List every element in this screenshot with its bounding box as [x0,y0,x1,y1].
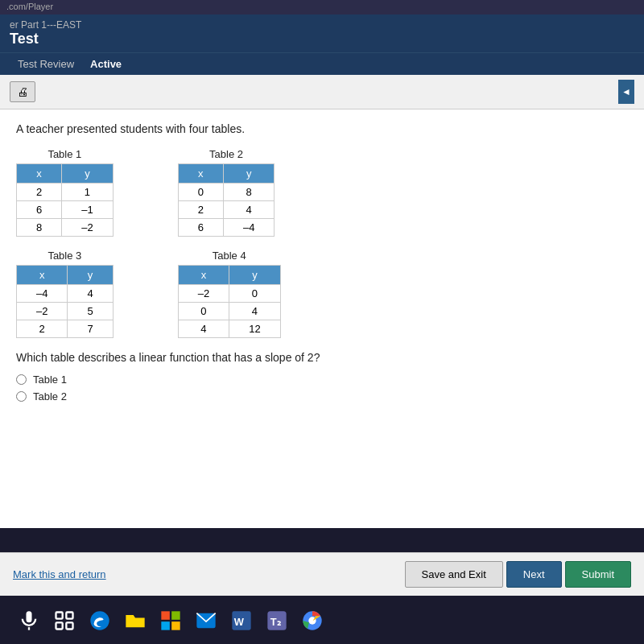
table1-row0-col0: 2 [17,184,62,201]
table3-header-y: y [68,266,113,285]
table2-row2-col0: 6 [178,219,223,237]
title-bar: er Part 1---EAST Test [0,14,644,52]
option-table2[interactable]: Table 2 [16,390,628,402]
table1-row1-col0: 6 [17,201,62,219]
taskbar-search-icon[interactable] [52,608,77,634]
nav-item-test-review[interactable]: Test Review [10,53,82,75]
taskbar-chrome-icon[interactable] [299,608,325,634]
svg-rect-9 [161,621,170,630]
bottom-buttons: Save and Exit Next Submit [405,561,631,588]
collapse-button[interactable]: ◄ [618,80,634,104]
options-list: Table 1Table 2 [16,374,628,402]
svg-rect-5 [56,622,63,629]
svg-rect-0 [27,611,32,622]
taskbar-files-icon[interactable] [122,608,148,634]
answer-label: Which table describes a linear function … [16,351,628,364]
table4-row0-col1: 0 [229,285,280,303]
table3-row2-col0: 2 [17,320,68,338]
table4-row2-col0: 4 [178,320,229,338]
question-prompt: A teacher presented students with four t… [16,122,628,135]
table1-row0-col1: 1 [62,184,113,201]
table3-header-x: x [17,266,68,285]
table3-row1-col0: –2 [17,303,68,320]
taskbar-mail-icon[interactable] [193,608,219,634]
main-content: A teacher presented students with four t… [0,109,644,528]
table2-row1-col0: 2 [178,201,223,219]
taskbar-mic-icon[interactable] [16,608,42,634]
nav-item-active[interactable]: Active [82,53,130,75]
table4-row0-col0: –2 [178,285,229,303]
table2: x y 08246–4 [178,163,275,237]
table4-header-x: x [178,266,229,285]
svg-text:W: W [234,616,245,628]
option-label-table1: Table 1 [33,374,67,386]
table4-row1-col1: 4 [229,303,280,320]
table2-row1-col1: 4 [223,201,274,219]
nav-bar: Test Review Active [0,52,644,75]
table4-group: Table 4 x y –2004412 [178,250,281,338]
submit-button[interactable]: Submit [565,561,631,588]
bottom-bar: Mark this and return Save and Exit Next … [0,552,644,596]
table1-row2-col0: 8 [17,219,62,237]
tables-row-2: Table 3 x y –44–2527 Table 4 x y [16,250,628,338]
table3-row1-col1: 5 [68,303,113,320]
table4-title: Table 4 [213,250,246,262]
table1: x y 216–18–2 [16,163,114,237]
taskbar-store-icon[interactable] [158,608,184,634]
svg-rect-2 [56,613,63,619]
page-title: Test [10,31,634,47]
table1-row2-col1: –2 [62,219,113,237]
table4: x y –2004412 [178,265,281,338]
option-label-table2: Table 2 [33,390,67,402]
table3-group: Table 3 x y –44–2527 [16,250,114,338]
svg-text:T₂: T₂ [270,616,281,628]
table2-header-x: x [178,164,223,184]
table3-row0-col0: –4 [17,285,68,303]
svg-rect-7 [161,611,170,620]
svg-rect-4 [66,622,72,629]
table3-title: Table 3 [47,250,81,262]
table1-group: Table 1 x y 216–18–2 [16,148,114,237]
svg-rect-10 [171,621,180,630]
subtitle: er Part 1---EAST [10,19,634,31]
table2-row0-col0: 0 [178,184,223,201]
toolbar: 🖨 ◄ [0,75,644,109]
browser-url-bar: .com/Player [0,0,644,14]
option-table1[interactable]: Table 1 [16,374,628,386]
table3: x y –44–2527 [16,265,114,338]
tables-row-1: Table 1 x y 216–18–2 Table 2 x y [16,148,628,237]
table4-row1-col0: 0 [178,303,229,320]
table2-row0-col1: 8 [223,184,274,201]
next-button[interactable]: Next [506,561,562,588]
table1-header-y: y [62,164,113,184]
radio-table1[interactable] [16,374,27,385]
taskbar: W T₂ [0,597,644,644]
table3-row0-col1: 4 [68,285,113,303]
table2-row2-col1: –4 [223,219,274,237]
table4-row2-col1: 12 [229,320,280,338]
table4-header-y: y [229,266,280,285]
table3-row2-col1: 7 [68,320,113,338]
print-button[interactable]: 🖨 [10,81,35,102]
svg-rect-8 [171,611,180,620]
table1-header-x: x [17,164,62,184]
taskbar-edge-icon[interactable] [87,608,113,634]
table2-group: Table 2 x y 08246–4 [178,148,275,237]
save-exit-button[interactable]: Save and Exit [405,561,503,588]
taskbar-teams-icon[interactable]: T₂ [264,608,290,634]
table1-title: Table 1 [47,148,81,160]
mark-return-link[interactable]: Mark this and return [13,568,106,580]
taskbar-word-icon[interactable]: W [229,608,254,634]
table1-row1-col1: –1 [62,201,113,219]
table2-header-y: y [223,164,274,184]
radio-table2[interactable] [16,391,27,402]
table2-title: Table 2 [209,148,243,160]
svg-rect-3 [66,613,72,619]
